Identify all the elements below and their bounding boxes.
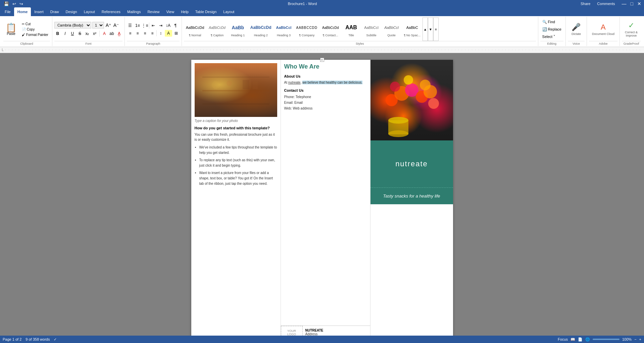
tab-draw[interactable]: Draw [47, 7, 62, 16]
styles-scroll-down[interactable]: ▼ [428, 17, 433, 41]
align-center-button[interactable]: ≡ [134, 30, 141, 37]
tab-table-design[interactable]: Table Design [192, 7, 220, 16]
sort-button[interactable]: ↕A [165, 22, 171, 29]
decrease-indent-button[interactable]: ⇤ [150, 22, 157, 29]
numbering-button[interactable]: 1≡ [134, 22, 141, 29]
bullets-button[interactable]: ☰ [127, 22, 134, 29]
tab-layout2[interactable]: Layout [220, 7, 238, 16]
adobe-button[interactable]: A Document Cloud [589, 21, 617, 37]
phone-line[interactable]: Phone: Telephone [284, 94, 367, 100]
zoom-slider[interactable] [593, 339, 620, 340]
style-heading1[interactable]: AaBb Heading 1 [228, 20, 248, 38]
borders-button[interactable]: ⊞ [173, 30, 180, 37]
tab-review[interactable]: Review [144, 7, 163, 16]
format-painter-button[interactable]: 🖌 Format Painter [20, 32, 50, 37]
shading-button[interactable]: A [165, 30, 172, 37]
zoom-out-button[interactable]: − [634, 337, 636, 341]
styles-scroll-up[interactable]: ▲ [423, 17, 428, 41]
document-scroll-area[interactable]: ✛ [0, 53, 644, 343]
undo-button[interactable]: ↩ [11, 1, 17, 7]
paste-button[interactable]: 📋 Paste [3, 22, 19, 37]
svg-point-18 [420, 80, 431, 90]
underline-button[interactable]: U [69, 30, 76, 37]
superscript-button[interactable]: x² [91, 30, 98, 37]
bullet-item-1[interactable]: We've included a few tips throughout the… [199, 145, 277, 156]
zoom-in-button[interactable]: + [639, 337, 641, 341]
subscript-button[interactable]: x₂ [84, 30, 91, 37]
contact-us-heading[interactable]: Contact Us [284, 88, 367, 92]
tab-help[interactable]: Help [178, 7, 192, 16]
close-button[interactable]: ✕ [637, 1, 641, 6]
multilevel-button[interactable]: ⋮≡ [142, 22, 148, 29]
tagline[interactable]: Tasty snacks for a healthy life [383, 194, 440, 199]
redo-button[interactable]: ↪ [18, 1, 24, 7]
style-normal-label: ¶ Normal [189, 34, 201, 37]
copy-button[interactable]: 📄 Copy [20, 27, 50, 32]
text-color-button[interactable]: A [101, 30, 108, 37]
style-subtitle-preview: AaBbCcl [364, 22, 379, 34]
select-button[interactable]: Select ˅ [540, 34, 563, 40]
how-to-heading[interactable]: How do you get started with this templat… [195, 126, 277, 130]
contact-info: Phone: Telephone Email: Email Web: Web a… [284, 94, 367, 111]
style-subtitle[interactable]: AaBbCcl Subtitle [362, 20, 381, 38]
justify-button[interactable]: ≡ [149, 30, 156, 37]
tab-mailings[interactable]: Mailings [124, 7, 144, 16]
italic-button[interactable]: I [62, 30, 68, 37]
tab-view[interactable]: View [163, 7, 178, 16]
view-web-button[interactable]: 🌐 [585, 337, 590, 342]
focus-button[interactable]: Focus [558, 337, 568, 341]
tab-insert[interactable]: Insert [31, 7, 47, 16]
gradeproof-button[interactable]: ✓ Correct & Improve [622, 19, 641, 39]
dictate-button[interactable]: 🎤 Dictate [568, 21, 585, 37]
font-face-selector[interactable]: Cambria (Body) [54, 22, 91, 29]
styles-more[interactable]: ≡ [433, 17, 439, 41]
align-left-button[interactable]: ≡ [127, 30, 134, 37]
style-quote[interactable]: AaBbCcl Quote [382, 20, 401, 38]
highlight-button[interactable]: ab [108, 30, 115, 37]
tab-references[interactable]: References [98, 7, 124, 16]
style-caption[interactable]: AaBbCcDd ¶ Caption [207, 20, 227, 38]
about-text[interactable]: At nutreate, we believe that healthy can… [284, 80, 367, 85]
tab-file[interactable]: File [1, 7, 14, 16]
style-nospace[interactable]: AaBbC ¶ No Spac... [402, 20, 423, 38]
company-name[interactable]: NUTREATE [305, 329, 367, 332]
brand-name[interactable]: nutreate [395, 160, 428, 168]
tab-design[interactable]: Design [62, 7, 80, 16]
style-company[interactable]: AABBCCDD ¶ Company [294, 20, 319, 38]
tab-home[interactable]: Home [14, 7, 31, 16]
style-normal[interactable]: AaBbCcDd ¶ Normal [184, 20, 206, 38]
save-button[interactable]: 💾 [3, 1, 10, 7]
maximize-button[interactable]: □ [631, 1, 633, 6]
bullet-item-2[interactable]: To replace any tip text (such as this) w… [199, 158, 277, 168]
show-formatting-button[interactable]: ¶ [172, 22, 179, 29]
shrink-font-button[interactable]: A⁻ [113, 22, 119, 29]
line-spacing-button[interactable]: ↕ [157, 30, 164, 37]
view-read-button[interactable]: 📖 [571, 337, 575, 342]
bold-button[interactable]: B [54, 30, 61, 37]
web-line[interactable]: Web: Web address [284, 105, 367, 111]
font-size-selector[interactable]: 11 [92, 22, 104, 29]
font-color-button[interactable]: A̲ [116, 30, 122, 37]
comments-button[interactable]: Comments [597, 2, 615, 6]
style-contact[interactable]: AaBbCcDd ¶ Contact... [320, 20, 341, 38]
share-button[interactable]: Share [581, 2, 590, 6]
who-we-are-heading[interactable]: Who We Are [284, 63, 367, 70]
increase-indent-button[interactable]: ⇥ [157, 22, 164, 29]
tab-layout[interactable]: Layout [81, 7, 98, 16]
style-heading2[interactable]: AaBbCcDd Heading 2 [248, 20, 274, 38]
grow-font-button[interactable]: A⁺ [105, 22, 112, 29]
align-right-button[interactable]: ≡ [142, 30, 148, 37]
view-print-button[interactable]: 📄 [578, 337, 583, 342]
find-button[interactable]: 🔍 Find [540, 19, 563, 25]
email-line[interactable]: Email: Email [284, 100, 367, 105]
about-us-heading[interactable]: About Us [284, 74, 367, 78]
cut-button[interactable]: ✂ Cut [20, 22, 50, 27]
intro-text[interactable]: You can use this fresh, professional bro… [195, 132, 277, 142]
strikethrough-button[interactable]: S [77, 30, 83, 37]
brochure-left-column: Type a caption for your photo How do you… [191, 60, 281, 342]
style-heading3[interactable]: AaBbCcl Heading 3 [274, 20, 293, 38]
bullet-item-3[interactable]: Want to insert a picture from your files… [199, 170, 277, 186]
replace-button[interactable]: 🔄 Replace [540, 26, 563, 33]
minimize-button[interactable]: — [622, 1, 627, 6]
style-title[interactable]: AAB Title [342, 20, 361, 38]
